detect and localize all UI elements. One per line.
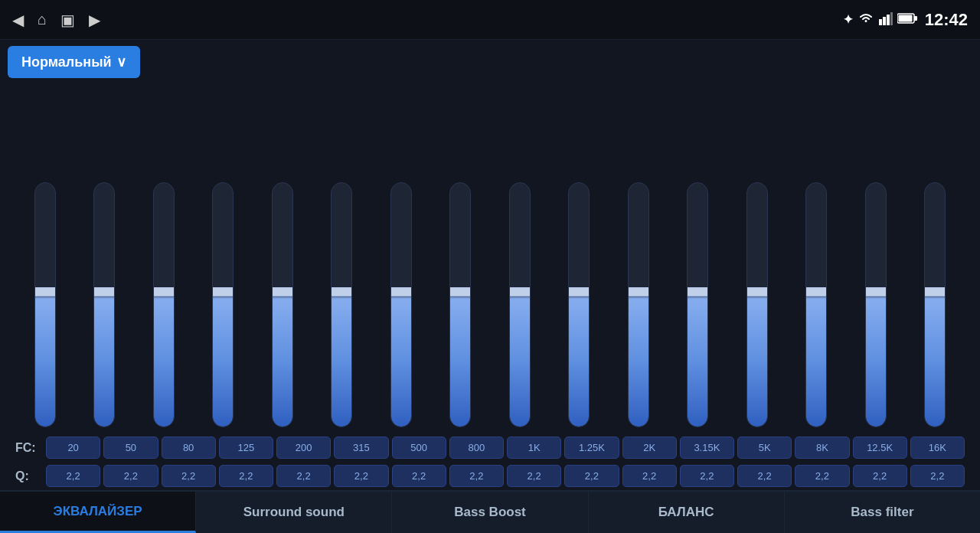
- slider-track: [153, 182, 175, 427]
- slider-band-500[interactable]: [390, 182, 412, 427]
- slider-band-8K[interactable]: [805, 182, 827, 427]
- slider-band-3.15K[interactable]: [687, 182, 708, 427]
- equalizer-area: FC: 2050801252003155008001K1.25K2K3.15K5…: [8, 86, 972, 490]
- slider-band-1K[interactable]: [509, 182, 531, 427]
- freq-btn-200[interactable]: 200: [276, 437, 331, 459]
- slider-thumb[interactable]: [212, 287, 234, 296]
- svg-rect-5: [914, 16, 917, 21]
- slider-thumb[interactable]: [687, 287, 708, 296]
- svg-rect-6: [898, 15, 912, 21]
- slider-thumb[interactable]: [568, 287, 590, 296]
- freq-btn-3.15K[interactable]: 3.15K: [680, 437, 734, 459]
- slider-fill: [629, 293, 648, 427]
- slider-fill: [332, 293, 351, 427]
- home-icon[interactable]: ⌂: [38, 11, 47, 28]
- status-right: ✦: [843, 10, 968, 30]
- slider-fill: [747, 293, 767, 427]
- battery-icon: [897, 13, 917, 27]
- slider-band-5K[interactable]: [746, 182, 768, 427]
- slider-fill: [806, 293, 826, 427]
- bluetooth-icon: ✦: [843, 12, 853, 27]
- freq-btn-500[interactable]: 500: [392, 437, 446, 459]
- freq-btn-80[interactable]: 80: [162, 437, 216, 459]
- slider-track: [805, 182, 827, 427]
- slider-thumb[interactable]: [34, 287, 56, 296]
- q-btn-20[interactable]: 2,2: [46, 465, 100, 487]
- freq-btn-20[interactable]: 20: [46, 437, 100, 459]
- slider-track: [34, 182, 56, 427]
- slider-track: [93, 182, 115, 427]
- q-btn-80[interactable]: 2,2: [162, 465, 216, 487]
- q-btn-50[interactable]: 2,2: [103, 465, 158, 487]
- slider-fill: [213, 293, 233, 427]
- freq-btn-5K[interactable]: 5K: [737, 437, 792, 459]
- slider-thumb[interactable]: [746, 287, 768, 296]
- slider-track: [390, 182, 412, 427]
- slider-thumb[interactable]: [331, 287, 352, 296]
- window-icon[interactable]: ▣: [60, 11, 75, 29]
- slider-fill: [391, 293, 411, 427]
- q-btn-800[interactable]: 2,2: [449, 465, 504, 487]
- freq-btn-315[interactable]: 315: [334, 437, 388, 459]
- tab-bassfilter[interactable]: Bass filter: [785, 492, 980, 533]
- slider-track: [212, 182, 234, 427]
- slider-thumb[interactable]: [924, 287, 946, 296]
- slider-track: [865, 182, 887, 427]
- q-btn-315[interactable]: 2,2: [334, 465, 388, 487]
- freq-btn-12.5K[interactable]: 12.5K: [853, 437, 907, 459]
- slider-band-200[interactable]: [272, 182, 293, 427]
- slider-fill: [35, 293, 55, 427]
- slider-fill: [925, 293, 945, 427]
- q-btn-5K[interactable]: 2,2: [737, 465, 792, 487]
- slider-band-800[interactable]: [449, 182, 471, 427]
- slider-band-50[interactable]: [93, 182, 115, 427]
- slider-band-12.5K[interactable]: [865, 182, 887, 427]
- slider-band-315[interactable]: [331, 182, 352, 427]
- slider-band-16K[interactable]: [924, 182, 946, 427]
- freq-btn-1K[interactable]: 1K: [507, 437, 561, 459]
- q-label: Q:: [15, 469, 46, 483]
- q-btn-125[interactable]: 2,2: [219, 465, 273, 487]
- clock: 12:42: [925, 10, 968, 30]
- tab-balance[interactable]: БАЛАНС: [589, 492, 785, 533]
- q-btn-200[interactable]: 2,2: [276, 465, 331, 487]
- slider-thumb[interactable]: [93, 287, 115, 296]
- slider-band-80[interactable]: [153, 182, 175, 427]
- slider-band-125[interactable]: [212, 182, 234, 427]
- tab-bassboost[interactable]: Bass Boost: [392, 492, 588, 533]
- q-btn-1.25K[interactable]: 2,2: [564, 465, 619, 487]
- q-buttons: 2,22,22,22,22,22,22,22,22,22,22,22,22,22…: [46, 465, 965, 487]
- slider-band-2K[interactable]: [628, 182, 649, 427]
- play-icon[interactable]: ▶: [89, 11, 100, 29]
- freq-btn-1.25K[interactable]: 1.25K: [564, 437, 619, 459]
- q-btn-500[interactable]: 2,2: [392, 465, 446, 487]
- freq-btn-2K[interactable]: 2K: [622, 437, 677, 459]
- slider-fill: [569, 293, 589, 427]
- slider-thumb[interactable]: [805, 287, 827, 296]
- freq-btn-16K[interactable]: 16K: [910, 437, 965, 459]
- slider-thumb[interactable]: [390, 287, 412, 296]
- slider-fill: [94, 293, 114, 427]
- slider-thumb[interactable]: [449, 287, 471, 296]
- slider-band-1.25K[interactable]: [568, 182, 590, 427]
- q-btn-16K[interactable]: 2,2: [910, 465, 965, 487]
- q-btn-2K[interactable]: 2,2: [622, 465, 677, 487]
- slider-thumb[interactable]: [153, 287, 175, 296]
- tab-equalizer[interactable]: ЭКВАЛАЙЗЕР: [0, 492, 196, 533]
- back-icon[interactable]: ◀: [12, 11, 24, 29]
- q-btn-1K[interactable]: 2,2: [507, 465, 561, 487]
- slider-thumb[interactable]: [509, 287, 531, 296]
- slider-thumb[interactable]: [865, 287, 887, 296]
- tab-surround[interactable]: Surround sound: [196, 492, 392, 533]
- freq-btn-8K[interactable]: 8K: [795, 437, 849, 459]
- freq-btn-800[interactable]: 800: [449, 437, 504, 459]
- slider-thumb[interactable]: [272, 287, 293, 296]
- freq-btn-50[interactable]: 50: [103, 437, 158, 459]
- preset-button[interactable]: Нормальный ∨: [8, 46, 140, 78]
- freq-btn-125[interactable]: 125: [219, 437, 273, 459]
- slider-thumb[interactable]: [628, 287, 649, 296]
- slider-band-20[interactable]: [34, 182, 56, 427]
- q-btn-3.15K[interactable]: 2,2: [680, 465, 734, 487]
- q-btn-8K[interactable]: 2,2: [795, 465, 849, 487]
- q-btn-12.5K[interactable]: 2,2: [853, 465, 907, 487]
